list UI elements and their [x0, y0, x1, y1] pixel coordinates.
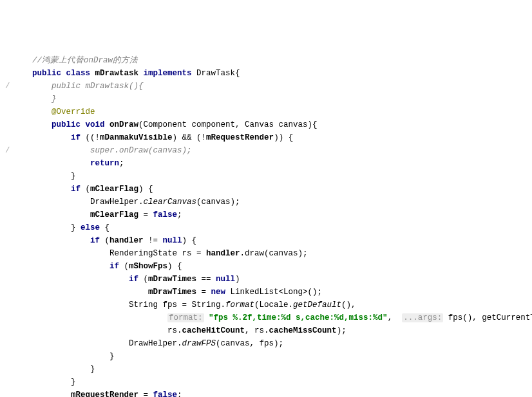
code-token: ...args: — [402, 313, 443, 322]
code-line[interactable]: if ((!mDanmakuVisible) && (!mRequestRend… — [5, 131, 532, 144]
code-token: "fps %.2f,time:%d s,cache:%d,miss:%d" — [209, 313, 388, 322]
code-token: return — [90, 159, 119, 168]
code-token: getDefault — [293, 300, 341, 309]
code-token: drawFPS — [182, 339, 216, 348]
code-token: ) && (! — [173, 133, 207, 142]
code-token: if — [71, 185, 86, 194]
code-line[interactable]: mDrawTimes = new LinkedList<Long>(); — [5, 286, 532, 299]
code-token: } — [13, 172, 76, 181]
code-line[interactable]: } — [5, 93, 532, 106]
code-token: DrawHelper. — [13, 339, 182, 348]
code-token: clearCanvas — [144, 198, 197, 207]
code-token — [13, 185, 71, 194]
code-line[interactable]: mClearFlag = false; — [5, 208, 532, 221]
code-token: .draw(canvas); — [240, 249, 308, 258]
code-line[interactable]: public void onDraw(Component component, … — [5, 118, 532, 131]
code-token: ) { — [182, 236, 197, 245]
code-token — [13, 159, 90, 168]
code-token — [13, 288, 148, 297]
code-token: } — [13, 95, 57, 104]
code-editor[interactable]: //鸿蒙上代替onDraw的方法 public class mDrawtask … — [5, 54, 532, 397]
code-line[interactable]: } else { — [5, 221, 532, 234]
code-token: rs. — [13, 326, 182, 335]
code-line[interactable]: DrawHelper.clearCanvas(canvas); — [5, 196, 532, 208]
gutter-marker: / — [5, 80, 13, 93]
code-token: ) { — [167, 262, 182, 271]
code-line[interactable]: / public mDrawtask(){ — [5, 80, 532, 93]
code-token — [13, 275, 129, 284]
code-token — [13, 133, 71, 142]
code-content: public mDrawtask(){ — [13, 82, 144, 91]
code-token: mRequestRender — [71, 391, 144, 397]
code-token: != — [148, 236, 163, 245]
code-content: public class mDrawtask implements DrawTa… — [13, 69, 240, 78]
code-token: (), — [341, 300, 356, 309]
code-token: } — [13, 223, 81, 232]
code-content: if (mDrawTimes == null) — [13, 275, 240, 284]
code-token: , rs. — [245, 326, 269, 335]
code-token: fps(), getCurrentTime() / — [443, 313, 532, 322]
code-token: null — [216, 275, 235, 284]
code-content: //鸿蒙上代替onDraw的方法 — [13, 56, 138, 65]
code-line[interactable]: if (handler != null) { — [5, 234, 532, 247]
code-token: String fps = String. — [13, 300, 225, 309]
code-line[interactable]: @Override — [5, 106, 532, 118]
code-token: DrawTask{ — [196, 69, 240, 78]
code-content: } — [13, 172, 76, 181]
code-token: ); — [337, 326, 347, 335]
code-token: = — [144, 391, 153, 397]
code-token: = — [202, 288, 211, 297]
code-line[interactable]: } — [5, 350, 532, 363]
code-line[interactable]: RenderingState rs = handler.draw(canvas)… — [5, 247, 532, 260]
code-line[interactable]: / super.onDraw(canvas); — [5, 144, 532, 157]
code-token: mDrawtask — [95, 69, 144, 78]
code-line[interactable]: //鸿蒙上代替onDraw的方法 — [5, 54, 532, 67]
code-token: handler — [109, 236, 148, 245]
code-token: cacheMissCount — [269, 326, 337, 335]
code-line[interactable]: mRequestRender = false; — [5, 389, 532, 397]
code-content: mDrawTimes = new LinkedList<Long>(); — [13, 288, 322, 297]
code-content: DrawHelper.clearCanvas(canvas); — [13, 198, 240, 207]
code-token: ; — [177, 210, 182, 219]
code-token: = — [144, 210, 153, 219]
code-token — [13, 262, 109, 271]
code-content: format: "fps %.2f,time:%d s,cache:%d,mis… — [13, 313, 532, 322]
code-content: if (mShowFps) { — [13, 262, 182, 271]
code-line[interactable]: rs.cacheHitCount, rs.cacheMissCount); — [5, 324, 532, 337]
code-content: } — [13, 95, 57, 104]
code-line[interactable]: format: "fps %.2f,time:%d s,cache:%d,mis… — [5, 311, 532, 324]
code-line[interactable]: if (mClearFlag) { — [5, 183, 532, 196]
code-line[interactable]: String fps = String.format(Locale.getDef… — [5, 299, 532, 311]
code-content: rs.cacheHitCount, rs.cacheMissCount); — [13, 326, 347, 335]
code-token — [13, 120, 52, 129]
code-content: } — [13, 352, 115, 361]
code-line[interactable]: if (mShowFps) { — [5, 260, 532, 273]
code-token: ) — [235, 275, 240, 284]
code-content: if ((!mDanmakuVisible) && (!mRequestRend… — [13, 133, 293, 142]
code-token: if — [129, 275, 144, 284]
code-token: ; — [177, 391, 182, 397]
code-line[interactable]: } — [5, 363, 532, 376]
code-line[interactable]: return; — [5, 157, 532, 170]
code-token: false — [153, 391, 178, 397]
code-content: String fps = String.format(Locale.getDef… — [13, 300, 356, 309]
code-line[interactable]: DrawHelper.drawFPS(canvas, fps); — [5, 337, 532, 350]
code-content: public void onDraw(Component component, … — [13, 120, 318, 129]
code-token — [13, 236, 90, 245]
code-token: mRequestRender — [206, 133, 274, 142]
code-token: format: — [167, 313, 204, 322]
code-token: DrawHelper. — [13, 198, 144, 207]
code-token: } — [13, 352, 115, 361]
code-token: ; — [119, 159, 124, 168]
code-line[interactable]: if (mDrawTimes == null) — [5, 273, 532, 286]
code-line[interactable]: } — [5, 170, 532, 183]
code-line[interactable]: public class mDrawtask implements DrawTa… — [5, 67, 532, 80]
code-line[interactable]: } — [5, 376, 532, 389]
code-content: mClearFlag = false; — [13, 210, 182, 219]
code-token: ( — [144, 275, 149, 284]
code-token: null — [163, 236, 182, 245]
code-token: ((! — [86, 133, 100, 142]
code-token: LinkedList<Long>(); — [231, 288, 323, 297]
code-token: == — [202, 275, 216, 284]
gutter-marker: / — [5, 144, 13, 157]
